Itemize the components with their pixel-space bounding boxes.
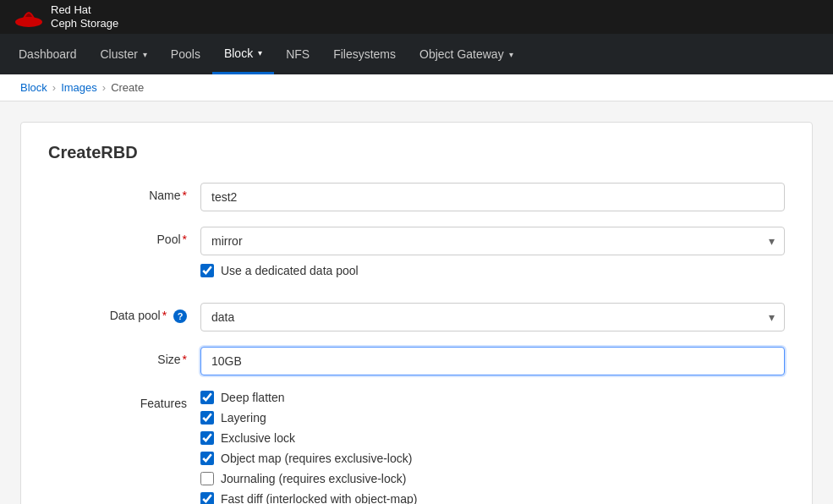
exclusive-lock-checkbox[interactable] xyxy=(200,431,214,445)
redhat-logo-icon xyxy=(14,5,44,29)
object-map-label[interactable]: Object map (requires exclusive-lock) xyxy=(221,452,412,465)
breadcrumb: Block › Images › Create xyxy=(0,74,833,101)
pool-select[interactable]: mirror data default xyxy=(200,227,785,255)
nav-pools[interactable]: Pools xyxy=(159,34,212,74)
nav-nfs[interactable]: NFS xyxy=(274,34,321,74)
feature-object-map-row: Object map (requires exclusive-lock) xyxy=(200,452,785,465)
fast-diff-label[interactable]: Fast diff (interlocked with object-map) xyxy=(221,492,417,504)
dedicated-pool-label[interactable]: Use a dedicated data pool xyxy=(221,264,359,277)
brand-text: Red Hat Ceph Storage xyxy=(51,3,118,30)
journaling-label[interactable]: Journaling (requires exclusive-lock) xyxy=(221,472,406,485)
nav-filesystems[interactable]: Filesystems xyxy=(321,34,408,74)
features-control-wrap: Deep flatten Layering Exclusive lock Obj… xyxy=(200,391,785,504)
dedicated-pool-row: Use a dedicated data pool xyxy=(200,264,785,277)
page-title: CreateRBD xyxy=(48,143,785,162)
object-map-checkbox[interactable] xyxy=(200,452,214,465)
object-gateway-caret-icon: ▾ xyxy=(509,50,513,59)
nav-cluster[interactable]: Cluster ▾ xyxy=(89,34,159,74)
page-content: CreateRBD Name* Pool* mirror data defaul… xyxy=(0,101,833,504)
exclusive-lock-label[interactable]: Exclusive lock xyxy=(221,431,295,445)
brand: Red Hat Ceph Storage xyxy=(14,3,118,30)
block-caret-icon: ▾ xyxy=(258,48,262,58)
breadcrumb-images[interactable]: Images xyxy=(61,81,97,94)
feature-exclusive-lock-row: Exclusive lock xyxy=(200,431,785,445)
feature-layering-row: Layering xyxy=(200,411,785,425)
top-navbar: Red Hat Ceph Storage xyxy=(0,0,833,34)
breadcrumb-create: Create xyxy=(111,81,144,94)
create-rbd-card: CreateRBD Name* Pool* mirror data defaul… xyxy=(20,122,813,504)
pool-label: Pool* xyxy=(48,227,200,246)
pool-control-wrap: mirror data default Use a dedicated data… xyxy=(200,227,785,288)
breadcrumb-sep-2: › xyxy=(102,81,106,94)
feature-deep-flatten-row: Deep flatten xyxy=(200,391,785,404)
breadcrumb-block[interactable]: Block xyxy=(20,81,47,94)
nav-dashboard[interactable]: Dashboard xyxy=(7,34,89,74)
data-pool-control-wrap: data mirror default xyxy=(200,303,785,331)
main-nav: Dashboard Cluster ▾ Pools Block ▾ NFS Fi… xyxy=(0,34,833,74)
size-input[interactable] xyxy=(200,347,785,375)
size-required: * xyxy=(183,353,187,366)
layering-checkbox[interactable] xyxy=(200,411,214,425)
nav-object-gateway[interactable]: Object Gateway ▾ xyxy=(408,34,525,74)
journaling-checkbox[interactable] xyxy=(200,472,214,485)
size-control-wrap xyxy=(200,347,785,375)
dedicated-pool-checkbox[interactable] xyxy=(200,264,214,277)
pool-group: Pool* mirror data default Use a dedicate… xyxy=(48,227,785,288)
data-pool-label: Data pool* ? xyxy=(48,303,200,323)
size-label: Size* xyxy=(48,347,200,366)
data-pool-info-icon[interactable]: ? xyxy=(173,310,187,323)
name-required: * xyxy=(183,189,187,202)
data-pool-required: * xyxy=(162,309,167,322)
data-pool-group: Data pool* ? data mirror default xyxy=(48,303,785,331)
fast-diff-checkbox[interactable] xyxy=(200,492,214,504)
nav-block[interactable]: Block ▾ xyxy=(212,34,274,74)
name-control-wrap xyxy=(200,183,785,211)
feature-fast-diff-row: Fast diff (interlocked with object-map) xyxy=(200,492,785,504)
data-pool-select-wrap: data mirror default xyxy=(200,303,785,331)
size-group: Size* xyxy=(48,347,785,375)
cluster-caret-icon: ▾ xyxy=(143,50,147,59)
name-input[interactable] xyxy=(200,183,785,211)
name-group: Name* xyxy=(48,183,785,211)
layering-label[interactable]: Layering xyxy=(221,411,266,425)
deep-flatten-checkbox[interactable] xyxy=(200,391,214,404)
pool-required: * xyxy=(183,233,187,246)
features-group: Features Deep flatten Layering Exclusive… xyxy=(48,391,785,504)
data-pool-select[interactable]: data mirror default xyxy=(200,303,785,331)
features-label: Features xyxy=(48,391,200,410)
deep-flatten-label[interactable]: Deep flatten xyxy=(221,391,285,404)
feature-journaling-row: Journaling (requires exclusive-lock) xyxy=(200,472,785,485)
breadcrumb-sep-1: › xyxy=(52,81,56,94)
pool-select-wrap: mirror data default xyxy=(200,227,785,255)
name-label: Name* xyxy=(48,183,200,202)
